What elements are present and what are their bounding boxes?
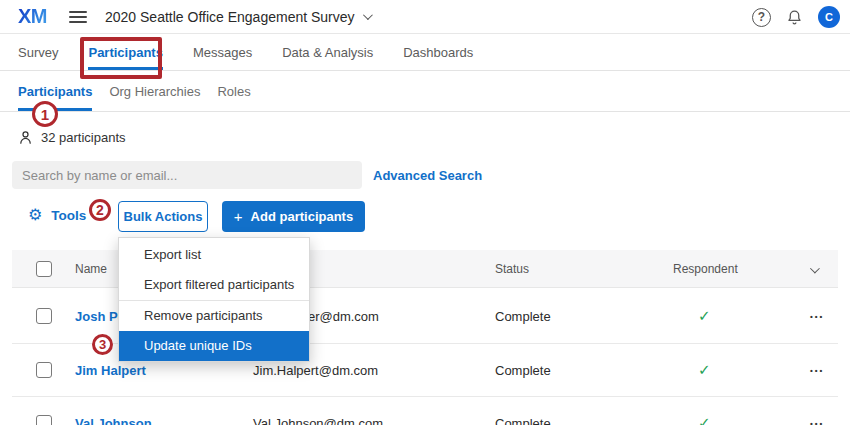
- topbar-right: ? C: [752, 0, 840, 34]
- header-name: Name: [75, 262, 107, 276]
- advanced-search-link[interactable]: Advanced Search: [373, 168, 482, 183]
- column-options-chevron-icon[interactable]: [810, 261, 817, 276]
- table-row: Val Johnson Val.Johnson@dm.com Complete …: [12, 397, 838, 425]
- add-participants-button[interactable]: + Add participants: [222, 201, 365, 232]
- annotation-step-3: 3: [92, 334, 113, 355]
- bulk-actions-menu: Export list Export filtered participants…: [118, 237, 310, 362]
- row-options-menu-icon[interactable]: •••: [810, 419, 824, 425]
- participant-name-link[interactable]: Val Johnson: [75, 416, 152, 425]
- row-options-menu-icon[interactable]: •••: [810, 311, 824, 320]
- survey-title: 2020 Seattle Office Engagement Survey: [105, 9, 355, 25]
- plus-icon: +: [234, 208, 243, 225]
- subtab-org-hierarchies[interactable]: Org Hierarchies: [109, 71, 200, 111]
- chevron-down-icon: [363, 10, 373, 20]
- menu-item-export-list[interactable]: Export list: [119, 240, 309, 270]
- participant-status: Complete: [495, 363, 551, 378]
- annotation-step-2: 2: [89, 199, 111, 221]
- top-bar: XM 2020 Seattle Office Engagement Survey…: [0, 0, 850, 34]
- annotation-step-1: 1: [32, 101, 58, 127]
- main-tab-bar: Survey Participants Messages Data & Anal…: [0, 34, 850, 71]
- participant-name-link[interactable]: Jim Halpert: [75, 363, 146, 378]
- tab-data-analysis[interactable]: Data & Analysis: [282, 34, 373, 70]
- row-checkbox[interactable]: [36, 308, 52, 324]
- gear-icon: ⚙: [28, 207, 42, 223]
- search-input[interactable]: [12, 161, 362, 189]
- survey-title-dropdown[interactable]: 2020 Seattle Office Engagement Survey: [105, 9, 370, 25]
- tab-survey[interactable]: Survey: [18, 34, 58, 70]
- menu-item-update-unique-ids[interactable]: Update unique IDs: [119, 331, 309, 361]
- hamburger-menu-icon[interactable]: [69, 8, 87, 26]
- participants-count-label: 32 participants: [41, 130, 126, 145]
- menu-item-export-filtered[interactable]: Export filtered participants: [119, 270, 309, 300]
- tab-participants[interactable]: Participants: [88, 34, 162, 70]
- participant-status: Complete: [495, 416, 551, 425]
- xm-logo: XM: [18, 5, 47, 28]
- subtab-roles[interactable]: Roles: [217, 71, 250, 111]
- respondent-checkmark-icon: ✓: [698, 361, 711, 379]
- row-checkbox[interactable]: [36, 415, 52, 425]
- qualtrics-app-window: XM 2020 Seattle Office Engagement Survey…: [0, 0, 850, 425]
- participant-status: Complete: [495, 308, 551, 323]
- participants-count: 32 participants: [18, 124, 126, 150]
- bulk-actions-button[interactable]: Bulk Actions: [118, 201, 208, 232]
- user-avatar[interactable]: C: [818, 6, 840, 28]
- add-participants-label: Add participants: [251, 209, 354, 224]
- tools-button[interactable]: ⚙ Tools: [28, 207, 86, 223]
- select-all-checkbox[interactable]: [36, 261, 52, 277]
- participant-email: Val.Johnson@dm.com: [253, 416, 383, 425]
- help-icon[interactable]: ?: [752, 8, 771, 27]
- notifications-bell-icon[interactable]: [786, 9, 803, 26]
- sub-tab-bar: Participants Org Hierarchies Roles: [0, 71, 850, 112]
- row-options-menu-icon[interactable]: •••: [810, 366, 824, 375]
- person-icon: [18, 130, 33, 145]
- participant-email: Jim.Halpert@dm.com: [253, 363, 378, 378]
- respondent-checkmark-icon: ✓: [698, 414, 711, 425]
- row-checkbox[interactable]: [36, 362, 52, 378]
- respondent-checkmark-icon: ✓: [698, 307, 711, 325]
- actions-row: ⚙ Tools Bulk Actions + Add participants: [0, 200, 850, 232]
- tab-dashboards[interactable]: Dashboards: [403, 34, 473, 70]
- tools-label: Tools: [51, 208, 86, 223]
- header-status: Status: [495, 262, 529, 276]
- header-respondent: Respondent: [673, 262, 738, 276]
- tab-messages[interactable]: Messages: [193, 34, 252, 70]
- menu-item-remove-participants[interactable]: Remove participants: [119, 301, 309, 331]
